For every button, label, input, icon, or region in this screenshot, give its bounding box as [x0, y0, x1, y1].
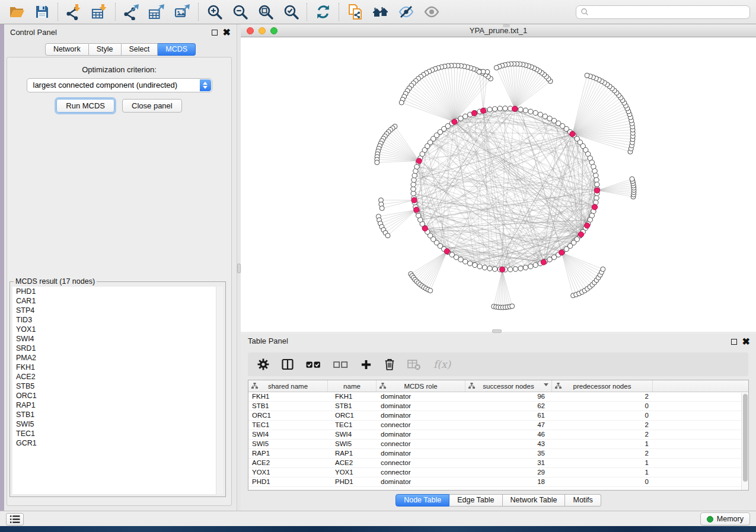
table-cell: ACE2 [248, 459, 328, 467]
search-box[interactable] [576, 5, 750, 19]
table-row[interactable]: ACE2ACE2connector311 [248, 459, 748, 468]
hide-selected-button[interactable] [393, 1, 419, 23]
table-row[interactable]: PHD1PHD1dominator180 [248, 477, 748, 487]
mcds-result-item[interactable]: GCR1 [12, 438, 223, 448]
close-panel-icon[interactable]: ✖ [223, 30, 231, 36]
network-window-titlebar[interactable]: YPA_prune.txt_1 [241, 24, 756, 37]
export-table-button[interactable] [144, 1, 170, 23]
table-row[interactable]: ORC1ORC1dominator610 [248, 411, 748, 421]
duplicate-network-icon [347, 4, 363, 20]
mcds-result-item[interactable]: SWI5 [12, 419, 223, 429]
tab-select[interactable]: Select [122, 43, 158, 56]
top-splitter-grip-icon[interactable] [503, 24, 510, 27]
mcds-result-item[interactable]: YOX1 [12, 325, 223, 334]
table-cell-filler [653, 430, 748, 439]
delete-button[interactable] [384, 358, 395, 370]
sort-arrow-icon[interactable] [544, 383, 548, 386]
mcds-result-item[interactable]: PMA2 [12, 353, 223, 363]
run-mcds-button[interactable]: Run MCDS [56, 99, 114, 113]
horizontal-splitter-grip-icon[interactable] [492, 329, 502, 333]
first-neighbors-button[interactable] [368, 1, 393, 23]
memory-button[interactable]: Memory [700, 512, 750, 525]
tab-network[interactable]: Network [45, 43, 89, 56]
duplicate-network-button[interactable] [342, 1, 368, 23]
float-table-panel-icon[interactable] [731, 339, 737, 345]
mcds-result-item[interactable]: SRD1 [12, 344, 223, 353]
columns-button[interactable] [282, 358, 294, 370]
settings-button[interactable] [257, 358, 269, 370]
table-row[interactable]: FKH1FKH1dominator962 [248, 392, 748, 402]
mcds-result-item[interactable]: STP4 [12, 306, 223, 315]
zoom-selected-button[interactable] [278, 1, 304, 23]
import-network-button[interactable] [61, 1, 87, 23]
tab-network-table[interactable]: Network Table [503, 494, 566, 507]
tab-edge-table[interactable]: Edge Table [449, 494, 502, 507]
task-history-button[interactable] [6, 513, 24, 525]
show-all-button[interactable] [419, 1, 444, 23]
mcds-result-item[interactable]: STB5 [12, 382, 223, 391]
tab-mcds[interactable]: MCDS [158, 43, 196, 56]
minimize-window-icon[interactable] [259, 27, 266, 34]
column-header-successor-nodes[interactable]: successor nodes [465, 380, 552, 392]
mcds-result-item[interactable]: STB1 [12, 410, 223, 419]
column-header-shared-name[interactable]: shared name [248, 380, 328, 392]
table-cell: dominator [377, 402, 465, 411]
column-header-name[interactable]: name [328, 380, 377, 392]
mcds-list-scrollbar[interactable] [216, 287, 223, 494]
mcds-result-item[interactable]: CAR1 [12, 296, 223, 306]
zoom-in-button[interactable] [202, 1, 227, 23]
table-cell: connector [377, 468, 465, 477]
mcds-result-list[interactable]: PHD1CAR1STP4TID3YOX1SWI4SRD1PMA2FKH1ACE2… [12, 287, 223, 494]
table-row[interactable]: SWI4SWI4dominator462 [248, 430, 748, 440]
table-row[interactable]: SWI5SWI5connector431 [248, 440, 748, 449]
table-scrollbar[interactable] [741, 393, 748, 490]
table-cell-filler [653, 459, 748, 467]
mcds-result-item[interactable]: FKH1 [12, 363, 223, 372]
search-icon [580, 8, 589, 17]
column-header-MCDS-role[interactable]: MCDS role [377, 380, 465, 392]
table-row[interactable]: RAP1RAP1dominator352 [248, 449, 748, 459]
network-graph[interactable] [241, 37, 756, 332]
export-image-button[interactable] [170, 1, 195, 23]
tab-style[interactable]: Style [89, 43, 122, 56]
add-icon [361, 359, 372, 370]
close-window-icon[interactable] [247, 27, 254, 34]
table-cell-filler [653, 421, 748, 430]
add-button[interactable] [361, 359, 372, 370]
mcds-result-item[interactable]: TID3 [12, 315, 223, 325]
refresh-button[interactable] [310, 1, 336, 23]
mcds-result-item[interactable]: ORC1 [12, 391, 223, 400]
search-input[interactable] [592, 8, 745, 17]
save-button[interactable] [29, 1, 55, 23]
maximize-window-icon[interactable] [270, 27, 277, 34]
tab-node-table[interactable]: Node Table [395, 494, 449, 507]
select-all-button[interactable] [306, 360, 321, 369]
mcds-result-item[interactable]: TEC1 [12, 429, 223, 438]
mcds-result-item[interactable]: PHD1 [12, 287, 223, 296]
network-canvas[interactable] [241, 37, 756, 332]
float-panel-icon[interactable] [212, 30, 218, 36]
export-network-button[interactable] [119, 1, 144, 23]
optimization-criterion-select[interactable]: largest connected component (undirected) [27, 78, 212, 92]
zoom-fit-icon [257, 4, 274, 20]
table-cell: 47 [465, 421, 552, 430]
column-header-predecessor-nodes[interactable]: predecessor nodes [552, 380, 653, 392]
export-table-icon [149, 4, 165, 20]
table-row[interactable]: YOX1YOX1connector291 [248, 468, 748, 477]
zoom-fit-button[interactable] [253, 1, 278, 23]
application-window: Control Panel ✖ NetworkStyleSelectMCDS O… [0, 0, 756, 532]
import-table-button[interactable] [87, 1, 112, 23]
network-window-title: YPA_prune.txt_1 [241, 24, 756, 37]
open-button[interactable] [4, 1, 29, 23]
close-table-panel-icon[interactable]: ✖ [742, 339, 750, 345]
zoom-out-button[interactable] [227, 1, 253, 23]
mcds-result-item[interactable]: SWI4 [12, 334, 223, 344]
table-row[interactable]: TEC1TEC1connector472 [248, 421, 748, 430]
close-panel-button[interactable]: Close panel [122, 99, 182, 113]
mcds-result-item[interactable]: RAP1 [12, 400, 223, 410]
deselect-all-button[interactable] [333, 360, 348, 369]
tab-motifs[interactable]: Motifs [565, 494, 601, 507]
mcds-result-item[interactable]: ACE2 [12, 372, 223, 382]
table-row[interactable]: STB1STB1dominator620 [248, 402, 748, 411]
scrollbar-thumb[interactable] [743, 394, 748, 482]
